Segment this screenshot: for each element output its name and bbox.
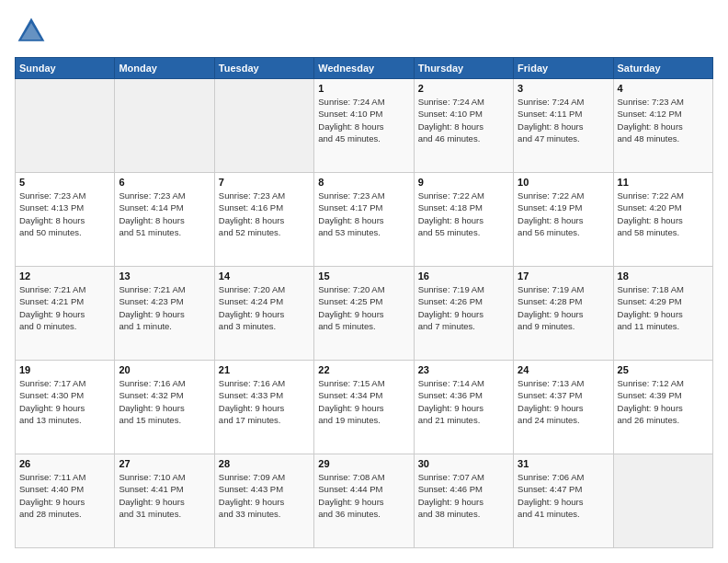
day-number: 16 — [418, 270, 509, 282]
day-of-week-header: Sunday — [16, 58, 115, 79]
day-info: Sunrise: 7:21 AM Sunset: 4:21 PM Dayligh… — [19, 283, 110, 332]
day-info: Sunrise: 7:24 AM Sunset: 4:10 PM Dayligh… — [318, 96, 409, 144]
calendar-day-cell: 13Sunrise: 7:21 AM Sunset: 4:23 PM Dayli… — [115, 267, 214, 361]
day-of-week-header: Tuesday — [214, 58, 313, 79]
day-info: Sunrise: 7:07 AM Sunset: 4:46 PM Dayligh… — [418, 471, 509, 520]
calendar-week-row: 26Sunrise: 7:11 AM Sunset: 4:40 PM Dayli… — [16, 454, 713, 548]
calendar-day-cell: 17Sunrise: 7:19 AM Sunset: 4:28 PM Dayli… — [514, 267, 613, 361]
day-of-week-header: Saturday — [613, 58, 712, 79]
day-number: 5 — [19, 177, 110, 188]
calendar-day-cell: 30Sunrise: 7:07 AM Sunset: 4:46 PM Dayli… — [414, 454, 513, 548]
day-number: 8 — [318, 177, 409, 188]
calendar-day-cell: 9Sunrise: 7:22 AM Sunset: 4:18 PM Daylig… — [414, 173, 513, 267]
calendar-day-cell: 12Sunrise: 7:21 AM Sunset: 4:21 PM Dayli… — [16, 267, 115, 361]
day-number: 4 — [618, 83, 709, 94]
day-of-week-header: Monday — [115, 58, 214, 79]
calendar-day-cell: 27Sunrise: 7:10 AM Sunset: 4:41 PM Dayli… — [115, 454, 214, 548]
calendar-day-cell: 23Sunrise: 7:14 AM Sunset: 4:36 PM Dayli… — [414, 361, 513, 454]
calendar-day-cell: 2Sunrise: 7:24 AM Sunset: 4:10 PM Daylig… — [414, 79, 513, 173]
day-info: Sunrise: 7:24 AM Sunset: 4:11 PM Dayligh… — [518, 96, 609, 144]
day-info: Sunrise: 7:23 AM Sunset: 4:16 PM Dayligh… — [219, 190, 310, 238]
day-info: Sunrise: 7:13 AM Sunset: 4:37 PM Dayligh… — [518, 377, 609, 426]
calendar-day-cell: 29Sunrise: 7:08 AM Sunset: 4:44 PM Dayli… — [314, 454, 414, 548]
day-of-week-header: Thursday — [414, 58, 513, 79]
calendar-day-cell: 8Sunrise: 7:23 AM Sunset: 4:17 PM Daylig… — [314, 173, 414, 267]
calendar-day-cell — [613, 454, 712, 548]
day-number: 31 — [518, 458, 609, 469]
day-info: Sunrise: 7:23 AM Sunset: 4:13 PM Dayligh… — [19, 190, 110, 238]
day-number: 1 — [318, 83, 409, 94]
day-info: Sunrise: 7:23 AM Sunset: 4:17 PM Dayligh… — [318, 190, 409, 238]
calendar-day-cell: 21Sunrise: 7:16 AM Sunset: 4:33 PM Dayli… — [214, 361, 313, 454]
day-number: 21 — [219, 364, 310, 375]
calendar-day-cell: 1Sunrise: 7:24 AM Sunset: 4:10 PM Daylig… — [314, 79, 414, 173]
day-number: 14 — [219, 270, 310, 282]
day-info: Sunrise: 7:14 AM Sunset: 4:36 PM Dayligh… — [418, 377, 509, 426]
calendar-day-cell: 24Sunrise: 7:13 AM Sunset: 4:37 PM Dayli… — [514, 361, 613, 454]
day-number: 23 — [418, 364, 509, 375]
day-of-week-header: Wednesday — [314, 58, 414, 79]
day-info: Sunrise: 7:21 AM Sunset: 4:23 PM Dayligh… — [119, 283, 210, 332]
day-info: Sunrise: 7:09 AM Sunset: 4:43 PM Dayligh… — [219, 471, 310, 520]
calendar-day-cell — [214, 79, 313, 173]
calendar-day-cell: 4Sunrise: 7:23 AM Sunset: 4:12 PM Daylig… — [613, 79, 712, 173]
calendar-table: SundayMondayTuesdayWednesdayThursdayFrid… — [15, 57, 713, 548]
day-info: Sunrise: 7:23 AM Sunset: 4:14 PM Dayligh… — [119, 190, 210, 238]
day-number: 2 — [418, 83, 509, 94]
day-info: Sunrise: 7:22 AM Sunset: 4:18 PM Dayligh… — [418, 190, 509, 238]
calendar-week-row: 1Sunrise: 7:24 AM Sunset: 4:10 PM Daylig… — [16, 79, 713, 173]
day-info: Sunrise: 7:17 AM Sunset: 4:30 PM Dayligh… — [19, 377, 110, 426]
day-info: Sunrise: 7:19 AM Sunset: 4:28 PM Dayligh… — [518, 283, 609, 332]
day-info: Sunrise: 7:20 AM Sunset: 4:25 PM Dayligh… — [318, 283, 409, 332]
day-number: 19 — [19, 364, 110, 375]
day-number: 13 — [119, 270, 210, 282]
page: SundayMondayTuesdayWednesdayThursdayFrid… — [0, 0, 728, 563]
calendar-day-cell — [16, 79, 115, 173]
calendar-day-cell: 15Sunrise: 7:20 AM Sunset: 4:25 PM Dayli… — [314, 267, 414, 361]
calendar-day-cell: 31Sunrise: 7:06 AM Sunset: 4:47 PM Dayli… — [514, 454, 613, 548]
calendar-day-cell: 26Sunrise: 7:11 AM Sunset: 4:40 PM Dayli… — [16, 454, 115, 548]
day-number: 12 — [19, 270, 110, 282]
day-number: 11 — [618, 177, 709, 188]
day-number: 29 — [318, 458, 409, 469]
logo — [15, 15, 53, 48]
day-number: 9 — [418, 177, 509, 188]
day-info: Sunrise: 7:08 AM Sunset: 4:44 PM Dayligh… — [318, 471, 409, 520]
calendar-day-cell: 11Sunrise: 7:22 AM Sunset: 4:20 PM Dayli… — [613, 173, 712, 267]
day-of-week-header: Friday — [514, 58, 613, 79]
day-number: 3 — [518, 83, 609, 94]
day-number: 22 — [318, 364, 409, 375]
day-number: 27 — [119, 458, 210, 469]
day-info: Sunrise: 7:18 AM Sunset: 4:29 PM Dayligh… — [618, 283, 709, 332]
calendar-day-cell: 22Sunrise: 7:15 AM Sunset: 4:34 PM Dayli… — [314, 361, 414, 454]
day-number: 20 — [119, 364, 210, 375]
day-info: Sunrise: 7:11 AM Sunset: 4:40 PM Dayligh… — [19, 471, 110, 520]
calendar-day-cell: 16Sunrise: 7:19 AM Sunset: 4:26 PM Dayli… — [414, 267, 513, 361]
calendar-header-row: SundayMondayTuesdayWednesdayThursdayFrid… — [16, 58, 713, 79]
day-info: Sunrise: 7:23 AM Sunset: 4:12 PM Dayligh… — [618, 96, 709, 144]
day-number: 28 — [219, 458, 310, 469]
day-info: Sunrise: 7:12 AM Sunset: 4:39 PM Dayligh… — [618, 377, 709, 426]
day-info: Sunrise: 7:16 AM Sunset: 4:33 PM Dayligh… — [219, 377, 310, 426]
day-number: 24 — [518, 364, 609, 375]
day-info: Sunrise: 7:10 AM Sunset: 4:41 PM Dayligh… — [119, 471, 210, 520]
calendar-week-row: 5Sunrise: 7:23 AM Sunset: 4:13 PM Daylig… — [16, 173, 713, 267]
calendar-day-cell: 20Sunrise: 7:16 AM Sunset: 4:32 PM Dayli… — [115, 361, 214, 454]
calendar-week-row: 19Sunrise: 7:17 AM Sunset: 4:30 PM Dayli… — [16, 361, 713, 454]
day-info: Sunrise: 7:15 AM Sunset: 4:34 PM Dayligh… — [318, 377, 409, 426]
day-number: 26 — [19, 458, 110, 469]
day-number: 18 — [618, 270, 709, 282]
day-info: Sunrise: 7:16 AM Sunset: 4:32 PM Dayligh… — [119, 377, 210, 426]
calendar-day-cell: 28Sunrise: 7:09 AM Sunset: 4:43 PM Dayli… — [214, 454, 313, 548]
day-number: 30 — [418, 458, 509, 469]
calendar-day-cell: 10Sunrise: 7:22 AM Sunset: 4:19 PM Dayli… — [514, 173, 613, 267]
day-info: Sunrise: 7:06 AM Sunset: 4:47 PM Dayligh… — [518, 471, 609, 520]
day-info: Sunrise: 7:20 AM Sunset: 4:24 PM Dayligh… — [219, 283, 310, 332]
calendar-day-cell: 25Sunrise: 7:12 AM Sunset: 4:39 PM Dayli… — [613, 361, 712, 454]
calendar-day-cell: 18Sunrise: 7:18 AM Sunset: 4:29 PM Dayli… — [613, 267, 712, 361]
calendar-day-cell: 14Sunrise: 7:20 AM Sunset: 4:24 PM Dayli… — [214, 267, 313, 361]
calendar-day-cell — [115, 79, 214, 173]
calendar-day-cell: 5Sunrise: 7:23 AM Sunset: 4:13 PM Daylig… — [16, 173, 115, 267]
header — [15, 15, 713, 48]
day-number: 25 — [618, 364, 709, 375]
